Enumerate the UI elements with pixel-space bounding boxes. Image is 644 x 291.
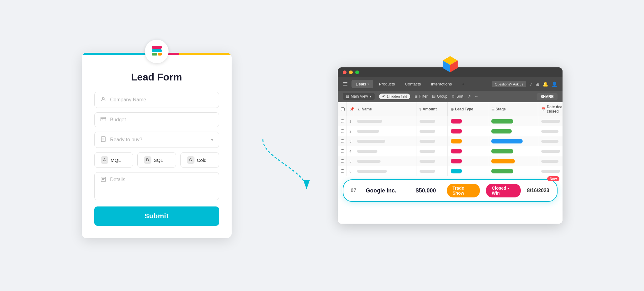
- td-4-cb: [338, 146, 347, 156]
- name-sort-icon: ▲: [357, 107, 361, 111]
- lead-badge-2: [451, 129, 462, 133]
- highlighted-stage: Closed - Win: [486, 184, 521, 197]
- radio-cold[interactable]: C Cold: [180, 152, 219, 168]
- submit-button[interactable]: Submit: [94, 206, 219, 226]
- radio-sql[interactable]: B SQL: [137, 152, 176, 168]
- crm-window: ☰ Deals ▾ Products Contacts Interactions…: [338, 67, 563, 224]
- deals-tab-arrow: ▾: [367, 82, 369, 86]
- arrow-area: [257, 133, 313, 196]
- filter-btn[interactable]: ⊟ Filter: [415, 94, 428, 99]
- th-stage: ☰ Stage: [488, 102, 538, 116]
- budget-label: Budget: [110, 117, 126, 123]
- maximize-dot[interactable]: [355, 70, 359, 74]
- table-row[interactable]: 3: [338, 136, 563, 146]
- user-avatar[interactable]: 👤: [552, 81, 558, 87]
- main-view-btn[interactable]: ▦ Main View ▾: [343, 93, 375, 100]
- nav-tab-deals[interactable]: Deals ▾: [351, 80, 373, 88]
- apps-grid-icon[interactable]: ⊞: [535, 81, 539, 87]
- form-logo: [145, 40, 169, 63]
- highlighted-row-number: 07: [351, 188, 360, 193]
- table-header: 📌 ▲ Name $ Amount ◉ Lead Type ☰: [338, 102, 563, 116]
- help-icon[interactable]: ?: [529, 81, 532, 87]
- ready-to-buy-field[interactable]: Ready to buy? ▾: [94, 132, 219, 148]
- radio-group: A MQL B SQL C Cold: [94, 152, 219, 168]
- nav-tab-interactions[interactable]: Interactions: [426, 80, 456, 88]
- th-pin: 📌: [347, 102, 354, 116]
- more-btn[interactable]: ···: [475, 94, 478, 99]
- crm-logo-svg: [439, 53, 461, 75]
- row5-checkbox[interactable]: [341, 159, 344, 163]
- main-view-arrow: ▾: [370, 94, 371, 99]
- stage-icon: ☰: [491, 107, 494, 111]
- sort-label: Sort: [456, 94, 463, 99]
- details-field[interactable]: Details: [94, 172, 219, 200]
- th-lead-type-label: Lead Type: [455, 107, 473, 111]
- row6-checkbox[interactable]: [341, 169, 344, 173]
- th-lead-type: ◉ Lead Type: [448, 102, 488, 116]
- row4-checkbox[interactable]: [341, 149, 344, 153]
- share-btn[interactable]: SHARE: [537, 94, 557, 99]
- th-date: 📅 Date deal closed: [538, 102, 563, 116]
- table-row[interactable]: 5: [338, 156, 563, 166]
- highlighted-row[interactable]: 07 Google Inc. $50,000 Trade Show Closed…: [343, 179, 558, 202]
- table-row[interactable]: 6: [338, 166, 563, 176]
- header-checkbox[interactable]: [341, 107, 345, 111]
- sort-btn[interactable]: ⇅ Sort: [452, 94, 463, 99]
- radio-key-b: B: [144, 156, 151, 164]
- table-row[interactable]: 2: [338, 126, 563, 136]
- company-name-field[interactable]: Company Name: [94, 92, 219, 108]
- svg-point-4: [102, 97, 104, 99]
- lead-badge-1: [451, 119, 462, 124]
- budget-field[interactable]: Budget: [94, 112, 219, 127]
- minimize-dot[interactable]: [349, 70, 353, 74]
- hidden-fields-badge[interactable]: 👁 1 hidden field: [379, 94, 410, 99]
- dropdown-arrow-icon: ▾: [211, 137, 213, 142]
- row2-checkbox[interactable]: [341, 129, 344, 133]
- td-6-date: [538, 166, 563, 176]
- lead-type-icon: ◉: [451, 107, 454, 111]
- empty-area: [338, 205, 563, 224]
- logo-svg: [150, 46, 163, 57]
- nav-tab-products[interactable]: Products: [375, 80, 399, 88]
- td-3-num: 3: [347, 136, 354, 146]
- table-row[interactable]: 1: [338, 116, 563, 126]
- hamburger-icon[interactable]: ☰: [343, 81, 348, 88]
- td-3-cb: [338, 136, 347, 146]
- radio-label-sql: SQL: [154, 158, 163, 163]
- td-5-date: [538, 156, 563, 166]
- table-row[interactable]: 4: [338, 146, 563, 156]
- td-3-date: [538, 136, 563, 146]
- radio-mql[interactable]: A MQL: [94, 152, 133, 168]
- row3-checkbox[interactable]: [341, 139, 344, 143]
- radio-label-cold: Cold: [197, 158, 207, 163]
- export-btn[interactable]: ↗: [468, 94, 471, 99]
- form-logo-inner: [150, 46, 163, 57]
- row1-checkbox[interactable]: [341, 119, 344, 123]
- textarea-icon: [100, 177, 106, 183]
- highlighted-amount: $50,000: [416, 187, 441, 194]
- details-label: Details: [110, 177, 125, 182]
- nav-tab-add[interactable]: +: [458, 80, 469, 88]
- td-5-cb: [338, 156, 347, 166]
- svg-rect-1: [152, 49, 162, 52]
- crm-wrapper: ☰ Deals ▾ Products Contacts Interactions…: [338, 67, 563, 224]
- bar-yellow: [179, 53, 232, 55]
- crm-navbar: ☰ Deals ▾ Products Contacts Interactions…: [338, 77, 563, 91]
- td-3-name: [354, 136, 416, 146]
- td-6-lead: [448, 166, 488, 176]
- th-name-label: Name: [361, 107, 372, 111]
- radio-key-a: A: [101, 156, 108, 164]
- close-dot[interactable]: [343, 70, 347, 74]
- td-2-num: 2: [347, 126, 354, 136]
- notifications-icon[interactable]: 🔔: [543, 81, 548, 87]
- td-2-date: [538, 126, 563, 136]
- td-6-cb: [338, 166, 347, 176]
- more-icon: ···: [475, 94, 478, 99]
- crm-logo: [438, 52, 463, 77]
- td-4-num: 4: [347, 146, 354, 156]
- svg-rect-3: [158, 53, 162, 56]
- group-btn[interactable]: ▤ Group: [432, 94, 447, 99]
- nav-tab-contacts[interactable]: Contacts: [401, 80, 425, 88]
- main-container: Lead Form Company Name: [0, 40, 644, 251]
- ask-us-button[interactable]: Questions? Ask us: [492, 81, 526, 87]
